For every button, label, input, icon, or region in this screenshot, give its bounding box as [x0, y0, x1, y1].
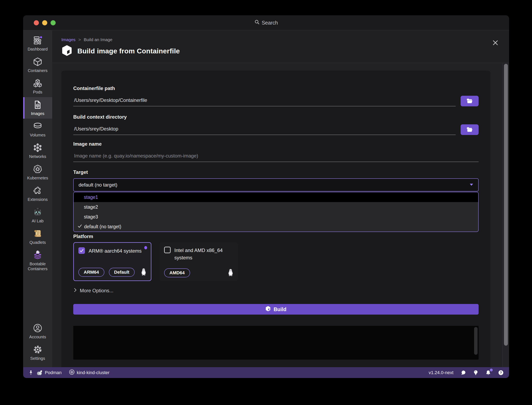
target-option-default-label: default (no target)	[84, 224, 121, 230]
build-output-terminal	[73, 326, 479, 360]
build-button-label: Build	[273, 306, 286, 312]
containerfile-path-input[interactable]	[73, 94, 456, 106]
target-select[interactable]: default (no target)	[73, 178, 479, 191]
sidebar-item-quadlets[interactable]: Quadlets	[23, 226, 52, 248]
podman-label: Podman	[45, 370, 61, 375]
sidebar-spacer	[23, 274, 52, 321]
settings-gear-icon	[33, 345, 42, 354]
networks-icon	[33, 143, 42, 153]
image-name-input[interactable]	[73, 150, 479, 162]
check-icon	[77, 223, 82, 230]
linux-penguin-icon	[141, 268, 147, 276]
sidebar-item-accounts[interactable]: Accounts	[23, 321, 52, 342]
arm64-badge: ARM64	[78, 268, 104, 277]
page-title: Build image from Containerfile	[77, 47, 180, 55]
more-options-label: More Options...	[80, 288, 113, 294]
quadlets-scroll-icon	[33, 229, 42, 238]
image-name-field: Image name	[73, 141, 479, 162]
sidebar-item-label: Bootable Containers	[24, 261, 51, 271]
dashboard-icon	[33, 35, 42, 45]
target-selected-value: default (no target)	[79, 182, 470, 188]
notification-dot	[490, 369, 493, 371]
sidebar-item-networks[interactable]: Networks	[23, 140, 52, 162]
build-context-input[interactable]	[73, 123, 456, 135]
statusbar-kube-context[interactable]: kind-kind-cluster	[69, 369, 109, 376]
traffic-lights	[34, 20, 56, 25]
minimize-window-button[interactable]	[42, 20, 47, 25]
sidebar-item-dashboard[interactable]: Dashboard	[23, 33, 52, 54]
app-window: Search Dashboard	[23, 15, 509, 378]
page-header: Images > Build an Image Build image from…	[52, 30, 509, 63]
sidebar-item-images[interactable]: Images	[23, 97, 52, 119]
chevron-down-icon	[470, 183, 473, 187]
target-label: Target	[73, 169, 479, 175]
sidebar-item-pods[interactable]: Pods	[23, 76, 52, 97]
sidebar-item-label: Dashboard	[28, 47, 48, 52]
amd64-checkbox[interactable]	[164, 247, 171, 253]
extensions-icon	[33, 186, 42, 196]
statusbar: Podman kind-kind-cluster v1.24.0-next	[23, 367, 509, 378]
sidebar-item-settings[interactable]: Settings	[23, 342, 52, 364]
breadcrumb: Images > Build an Image	[61, 37, 509, 42]
platform-amd64-label: Intel and AMD x86_64 systems	[174, 247, 230, 261]
notifications-bell-icon[interactable]	[485, 370, 491, 376]
more-options-toggle[interactable]: More Options...	[73, 288, 479, 294]
sidebar-item-label: Images	[31, 111, 44, 116]
platform-card-amd64[interactable]: Intel and AMD x86_64 systems AMD64	[160, 242, 238, 281]
main-content: Images > Build an Image Build image from…	[52, 30, 509, 367]
kube-context-label: kind-kind-cluster	[77, 370, 109, 375]
close-icon[interactable]	[491, 39, 499, 47]
platform-label: Platform	[73, 234, 479, 239]
sidebar-item-kubernetes[interactable]: Kubernetes	[23, 162, 52, 183]
target-option-stage1[interactable]: stage1	[74, 192, 478, 202]
target-option-stage3[interactable]: stage3	[74, 212, 478, 222]
build-context-label: Build context directory	[73, 114, 479, 120]
sidebar-item-volumes[interactable]: Volumes	[23, 119, 52, 140]
feedback-chat-icon[interactable]	[460, 370, 466, 376]
containerfile-browse-button[interactable]	[461, 96, 479, 106]
volumes-icon	[33, 121, 42, 131]
containers-icon	[33, 57, 42, 67]
sidebar-item-ai-lab[interactable]: AI Lab	[23, 204, 52, 226]
platform-card-arm64[interactable]: ARM® aarch64 systems ARM64 Default	[73, 242, 151, 281]
breadcrumb-separator: >	[78, 37, 81, 42]
sidebar-item-label: Quadlets	[29, 240, 46, 245]
sidebar-item-label: AI Lab	[32, 218, 44, 223]
podman-icon	[36, 370, 43, 376]
svg-text:?: ?	[500, 371, 502, 374]
terminal-scrollbar[interactable]	[474, 327, 477, 355]
target-option-default[interactable]: default (no target)	[74, 222, 478, 231]
pods-icon	[33, 78, 42, 88]
sidebar-item-label: Pods	[33, 90, 42, 94]
build-button[interactable]: Build	[73, 304, 479, 315]
global-search[interactable]: Search	[254, 20, 278, 26]
containerfile-cube-icon	[61, 45, 72, 57]
titlebar: Search	[23, 15, 509, 30]
lightbulb-icon[interactable]	[473, 370, 478, 376]
sidebar-item-containers[interactable]: Containers	[23, 54, 52, 76]
default-badge: Default	[109, 268, 135, 277]
maximize-window-button[interactable]	[51, 20, 56, 25]
sidebar-item-label: Kubernetes	[27, 176, 48, 180]
main-scrollbar-thumb[interactable]	[504, 64, 508, 346]
main-scrollbar-track	[502, 63, 509, 367]
containerfile-path-field: Containerfile path	[73, 86, 479, 106]
sidebar-item-label: Extensions	[28, 197, 48, 202]
build-form-card: Containerfile path	[61, 71, 491, 367]
statusbar-podman[interactable]: Podman	[36, 370, 61, 376]
sidebar-item-bootable-containers[interactable]: Bootable Containers	[23, 248, 52, 274]
close-window-button[interactable]	[34, 20, 39, 25]
sidebar-item-label: Accounts	[29, 334, 46, 339]
pin-icon[interactable]	[28, 370, 33, 375]
kubernetes-wheel-icon	[69, 369, 75, 376]
sidebar-item-label: Volumes	[30, 133, 46, 137]
folder-icon	[466, 127, 473, 133]
target-option-stage2[interactable]: stage2	[74, 202, 478, 212]
breadcrumb-images-link[interactable]: Images	[61, 37, 75, 42]
help-icon[interactable]: ?	[498, 370, 504, 376]
arm64-checkbox[interactable]	[78, 247, 85, 254]
context-browse-button[interactable]	[461, 124, 479, 135]
containerfile-path-label: Containerfile path	[73, 86, 479, 91]
search-icon	[254, 20, 260, 26]
sidebar-item-extensions[interactable]: Extensions	[23, 183, 52, 204]
